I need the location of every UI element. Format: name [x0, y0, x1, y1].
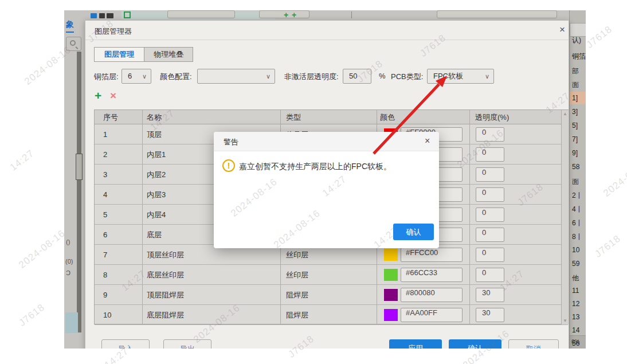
apply-button[interactable]: 应用	[389, 339, 442, 349]
right-panel-dropdown-partial[interactable]	[570, 23, 586, 37]
color-config-label: 颜色配置:	[160, 72, 192, 82]
row-number-cell: 6	[103, 225, 138, 245]
color-swatch[interactable]	[384, 289, 398, 301]
toolbar-dark-icon[interactable]	[107, 13, 113, 18]
right-panel-item[interactable]: 3]	[572, 108, 578, 116]
tab-physical-stackup[interactable]: 物理堆叠	[144, 47, 193, 62]
right-panel-item[interactable]: 他	[572, 273, 579, 283]
right-panel-item[interactable]: 58	[572, 163, 579, 171]
toolbar-separator	[351, 11, 352, 18]
warning-dialog: 警告 × ! 嘉立创暂不支持生产两层以上的FPC软板。 确认	[214, 132, 439, 248]
inactive-transparency-input[interactable]: 50	[343, 69, 371, 84]
right-panel-item[interactable]: 11	[572, 287, 579, 295]
layer-type-cell: 丝印层	[286, 265, 372, 285]
row-number-cell: 5	[103, 205, 138, 225]
right-panel-item[interactable]: 铜箔	[572, 52, 586, 61]
alpha-input[interactable]: 30	[476, 308, 504, 322]
warning-confirm-button[interactable]: 确认	[393, 224, 434, 240]
right-panel-item[interactable]: 59	[572, 260, 579, 268]
right-panel-item[interactable]: 2⼁	[572, 191, 583, 201]
alpha-input[interactable]: 0	[476, 208, 504, 222]
layer-type-cell: 阻焊层	[286, 285, 372, 305]
row-number-cell: 4	[103, 185, 138, 205]
tab-layer-manage[interactable]: 图层管理	[94, 47, 144, 62]
toolbar-dropdown-partial[interactable]	[167, 10, 235, 18]
right-panel-item[interactable]: 认)	[572, 36, 581, 45]
right-panel-item[interactable]: 56	[572, 339, 579, 347]
right-panel-item[interactable]: 8⼁	[572, 232, 583, 242]
table-row[interactable]: 8底层丝印层丝印层#66CC330	[95, 265, 568, 285]
warning-titlebar	[214, 132, 439, 151]
cancel-button[interactable]: 取消	[508, 339, 559, 349]
close-icon[interactable]: ×	[425, 136, 430, 146]
color-hex-input[interactable]: #FFCC00	[401, 248, 463, 262]
color-config-select[interactable]: ∨	[197, 69, 275, 84]
right-panel-item[interactable]: 6⼁	[572, 218, 583, 228]
right-panel-item[interactable]: 12	[572, 300, 579, 308]
layer-type-cell: 阻焊层	[286, 305, 372, 325]
export-button[interactable]: 导出	[163, 339, 211, 349]
confirm-button[interactable]: 确认	[449, 339, 501, 349]
table-row[interactable]: 10底层阻焊层阻焊层#AA00FF30	[95, 305, 568, 325]
right-panel-item[interactable]: 14	[572, 326, 579, 334]
add-layer-icon[interactable]: +	[95, 89, 101, 103]
sidebar-partial-text: ()	[66, 238, 70, 245]
scroll-down-icon[interactable]: ▼	[563, 318, 567, 323]
copper-layers-value: 6	[128, 72, 132, 80]
right-panel-item[interactable]: 7]	[572, 135, 578, 143]
alpha-input[interactable]: 0	[476, 167, 504, 182]
table-scrollbar[interactable]: ▲ ▼	[561, 110, 569, 324]
pcb-type-select[interactable]: FPC软板 ∨	[427, 69, 494, 84]
sidebar-search-box[interactable]	[66, 37, 81, 51]
color-swatch[interactable]	[384, 249, 398, 261]
table-row[interactable]: 9顶层阻焊层阻焊层#80008030	[95, 285, 568, 305]
right-panel-item[interactable]: 9]	[572, 149, 578, 157]
pcb-type-value: FPC软板	[433, 72, 463, 80]
alpha-input[interactable]: 0	[476, 268, 504, 282]
right-panel-item[interactable]: 面	[572, 80, 579, 90]
toolbar-green-frame-icon[interactable]	[124, 11, 131, 18]
toolbar-add-icons[interactable]: + +	[284, 10, 297, 19]
alpha-input[interactable]: 30	[476, 288, 504, 302]
color-hex-input[interactable]: #800080	[401, 288, 463, 302]
right-panel-item[interactable]: 面	[572, 177, 579, 187]
col-header-alpha: 透明度(%)	[469, 110, 561, 124]
copper-layers-label: 铜箔层:	[94, 72, 119, 82]
delete-layer-icon[interactable]: ×	[110, 89, 116, 102]
sidebar-object-tab[interactable]: 象	[66, 19, 74, 33]
close-icon[interactable]: ×	[557, 24, 568, 36]
dialog-title: 图层管理器	[95, 26, 132, 37]
color-swatch[interactable]	[384, 309, 398, 321]
right-panel-item[interactable]: 13	[572, 313, 579, 321]
color-hex-input[interactable]: #66CC33	[401, 268, 463, 282]
alpha-input[interactable]: 0	[476, 147, 504, 162]
toolbar-dropdown-partial[interactable]	[437, 10, 557, 18]
chevron-down-icon: ∨	[142, 69, 147, 83]
color-hex-input[interactable]: #AA00FF	[401, 308, 463, 322]
row-number-cell: 10	[103, 305, 138, 325]
layer-name-cell: 底层阻焊层	[147, 305, 276, 325]
right-panel-item[interactable]: 10	[572, 246, 579, 254]
alpha-input[interactable]: 0	[476, 248, 504, 262]
watermark-text: 2024-08-16	[17, 228, 68, 271]
alpha-input[interactable]: 0	[476, 127, 504, 142]
watermark-text: J7618	[593, 233, 623, 260]
right-panel-item[interactable]: 4⼁	[572, 205, 583, 214]
alpha-input[interactable]: 0	[476, 187, 504, 202]
sidebar-scrollbar-thumb[interactable]	[76, 154, 83, 180]
copper-layers-select[interactable]: 6 ∨	[122, 69, 151, 84]
color-swatch[interactable]	[384, 269, 398, 281]
alpha-input[interactable]: 0	[476, 228, 504, 242]
chevron-down-icon: ∨	[266, 69, 271, 83]
right-panel-item[interactable]: 部	[572, 66, 579, 76]
right-panel-item[interactable]: 5]	[572, 122, 578, 130]
sidebar-scrollbar-track[interactable]	[77, 52, 81, 332]
toolbar-dark-icon[interactable]	[99, 13, 105, 18]
scroll-up-icon[interactable]: ▲	[563, 111, 567, 116]
import-button[interactable]: 导入	[101, 339, 150, 349]
col-header-name: 名称	[142, 110, 280, 124]
right-panel-item[interactable]: 1]	[572, 94, 578, 102]
title-separator	[85, 40, 569, 40]
toolbar-blue-icon[interactable]	[91, 13, 97, 18]
pcb-type-label: PCB类型:	[391, 72, 423, 82]
